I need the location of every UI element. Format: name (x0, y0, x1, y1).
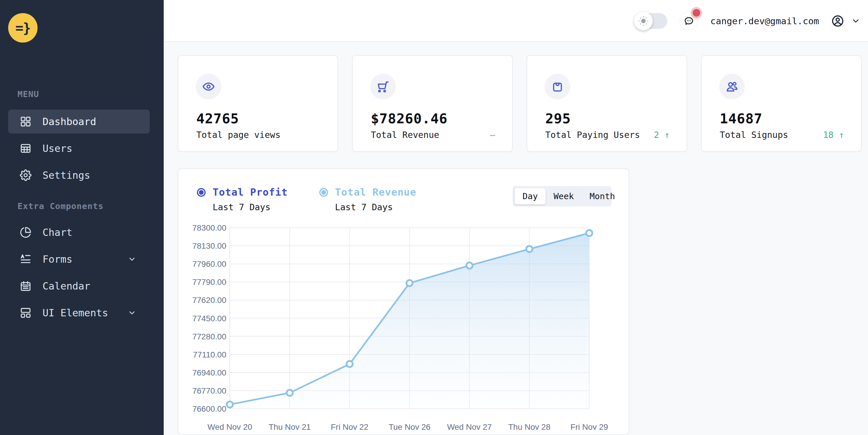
eye-icon (196, 74, 221, 99)
radio-selected-icon[interactable] (319, 188, 328, 197)
stat-value: $78260.46 (371, 111, 448, 126)
svg-text:77110.00: 77110.00 (193, 350, 226, 359)
sidebar-section-menu: MENU (18, 89, 39, 99)
pie-chart-icon (20, 227, 31, 238)
stat-label: Total Revenue (371, 130, 439, 140)
form-icon (20, 253, 31, 265)
svg-text:Wed Nov 27: Wed Nov 27 (447, 423, 492, 432)
stat-delta: 2 ↑ (654, 130, 670, 140)
layout-icon (20, 307, 31, 319)
stat-label: Total page views (196, 130, 280, 140)
svg-text:78300.00: 78300.00 (192, 223, 226, 232)
user-circle-icon (831, 14, 844, 27)
stat-card-signups: 14687 Total Signups 18 ↑ (701, 55, 862, 152)
legend-total-profit[interactable]: Total Profit Last 7 Days (197, 186, 288, 212)
svg-text:77280.00: 77280.00 (192, 332, 226, 341)
app-logo[interactable]: =} (8, 13, 38, 42)
svg-text:76600.00: 76600.00 (192, 404, 226, 413)
svg-text:Fri Nov 22: Fri Nov 22 (331, 423, 369, 432)
legend-subtitle: Last 7 Days (213, 202, 288, 212)
sidebar-item-calendar[interactable]: Calendar (8, 274, 150, 298)
svg-text:76770.00: 76770.00 (192, 386, 226, 395)
svg-text:77960.00: 77960.00 (192, 260, 226, 268)
sidebar-item-label: Users (42, 143, 72, 154)
stat-card-page-views: 42765 Total page views (178, 55, 338, 152)
svg-text:Wed Nov 20: Wed Nov 20 (207, 423, 252, 432)
top-header: canger.dev@gmail.com (164, 0, 868, 42)
sidebar-item-label: Chart (42, 227, 72, 238)
calendar-icon (20, 280, 31, 292)
stat-delta: – (490, 130, 495, 140)
theme-toggle[interactable] (635, 13, 667, 29)
user-email: canger.dev@gmail.com (710, 16, 819, 26)
notification-badge (693, 9, 700, 17)
stat-delta: 18 ↑ (823, 130, 844, 140)
users-icon (719, 74, 745, 99)
user-menu[interactable] (831, 14, 861, 27)
legend-subtitle: Last 7 Days (335, 202, 416, 212)
grid-icon (20, 116, 31, 127)
chat-bubble-icon (684, 16, 694, 26)
stat-value: 14687 (720, 111, 762, 126)
sidebar-item-chart[interactable]: Chart (8, 221, 150, 244)
radio-selected-icon[interactable] (197, 188, 206, 197)
stat-card-revenue: $78260.46 Total Revenue – (352, 55, 513, 152)
svg-text:77450.00: 77450.00 (192, 314, 226, 323)
shopping-bag-icon (545, 74, 570, 99)
app-logo-text: =} (16, 20, 30, 36)
stat-card-paying-users: 295 Total Paying Users 2 ↑ (527, 55, 687, 152)
range-month-button[interactable]: Month (582, 188, 623, 204)
gear-icon (20, 169, 31, 181)
shopping-cart-icon (370, 74, 396, 99)
stat-label: Total Signups (720, 130, 788, 140)
svg-text:77620.00: 77620.00 (192, 296, 226, 305)
stat-label: Total Paying Users (545, 130, 640, 140)
svg-text:Thu Nov 28: Thu Nov 28 (508, 423, 551, 432)
sidebar: =} MENU Dashboard Users Settings Extra C… (0, 0, 164, 435)
chevron-down-icon (128, 309, 136, 317)
sidebar-item-label: Forms (42, 253, 72, 265)
sidebar-item-label: Calendar (42, 280, 90, 292)
svg-text:Tue Nov 26: Tue Nov 26 (389, 423, 431, 432)
range-day-button[interactable]: Day (515, 188, 546, 204)
legend-title: Total Profit (213, 186, 288, 198)
sidebar-item-settings[interactable]: Settings (8, 163, 150, 187)
svg-text:77790.00: 77790.00 (192, 278, 226, 287)
table-icon (20, 143, 31, 154)
stats-row: 42765 Total page views $78260.46 Total R… (178, 55, 862, 152)
range-week-button[interactable]: Week (546, 188, 582, 204)
range-switch: Day Week Month (513, 186, 612, 206)
stat-value: 42765 (196, 111, 239, 126)
svg-text:Fri Nov 29: Fri Nov 29 (570, 423, 608, 432)
stat-value: 295 (545, 111, 571, 126)
chart-card: 78300.0078130.0077960.0077790.0077620.00… (178, 168, 629, 435)
sun-icon (638, 15, 649, 27)
theme-toggle-knob (634, 12, 653, 30)
sidebar-item-users[interactable]: Users (8, 137, 150, 161)
sidebar-item-forms[interactable]: Forms (8, 247, 150, 271)
svg-text:76940.00: 76940.00 (192, 368, 226, 377)
svg-text:Thu Nov 21: Thu Nov 21 (269, 423, 311, 432)
legend-total-revenue[interactable]: Total Revenue Last 7 Days (319, 186, 416, 212)
chevron-down-icon (851, 16, 861, 26)
sidebar-item-label: Settings (42, 169, 90, 181)
sidebar-item-label: UI Elements (42, 307, 108, 319)
sidebar-item-ui-elements[interactable]: UI Elements (8, 301, 150, 325)
sidebar-section-extra: Extra Components (18, 201, 103, 211)
svg-text:78130.00: 78130.00 (192, 241, 226, 251)
legend-title: Total Revenue (335, 186, 416, 198)
sidebar-item-label: Dashboard (42, 116, 96, 127)
chevron-down-icon (128, 255, 136, 264)
sidebar-item-dashboard[interactable]: Dashboard (8, 110, 150, 134)
chat-button[interactable] (680, 12, 698, 30)
